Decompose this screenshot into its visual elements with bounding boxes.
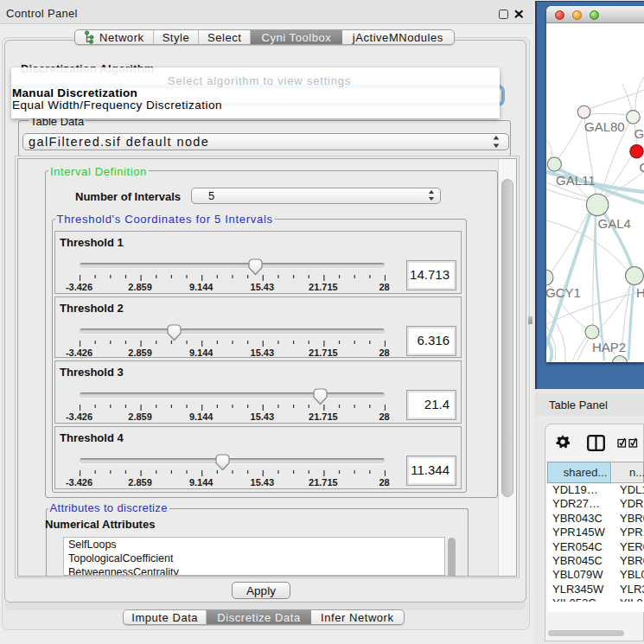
svg-text:GCY1: GCY1 <box>546 285 581 300</box>
svg-text:GA: GA <box>634 126 644 141</box>
svg-text:HA: HA <box>636 285 644 300</box>
svg-text:GAL11: GAL11 <box>556 173 596 188</box>
svg-text:GAL4: GAL4 <box>598 216 631 231</box>
svg-text:HAP2: HAP2 <box>592 340 626 354</box>
svg-text:C: C <box>640 160 644 175</box>
svg-text:GAL80: GAL80 <box>584 119 625 134</box>
